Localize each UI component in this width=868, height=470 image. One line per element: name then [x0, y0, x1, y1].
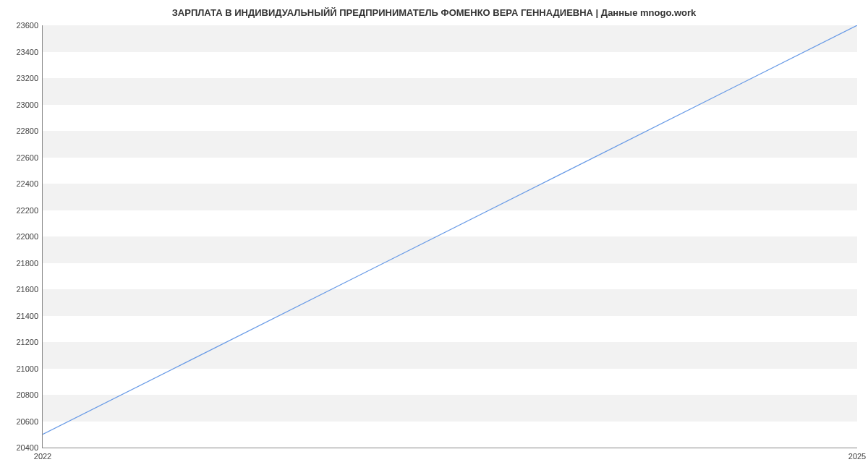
grid-band [43, 236, 857, 263]
grid-band [43, 78, 857, 105]
y-tick-label: 23000 [16, 101, 38, 109]
y-tick-label: 23400 [16, 48, 38, 56]
y-tick-label: 20600 [16, 417, 38, 426]
y-tick-label: 20800 [16, 390, 38, 399]
chart-container: 2040020600208002100021200214002160021800… [42, 25, 857, 448]
x-tick-label: 2025 [848, 452, 866, 461]
plot-area: 2040020600208002100021200214002160021800… [42, 25, 857, 448]
y-tick-label: 22200 [16, 206, 38, 215]
y-tick-label: 22000 [16, 232, 38, 241]
y-tick-label: 21000 [16, 364, 38, 373]
y-tick-label: 21400 [16, 312, 38, 320]
chart-title: ЗАРПЛАТА В ИНДИВИДУАЛЬНЫЙЙ ПРЕДПРИНИМАТЕ… [0, 0, 868, 22]
grid-band [43, 395, 857, 422]
y-tick-label: 23200 [16, 74, 38, 82]
grid-band [43, 342, 857, 369]
x-tick-label: 2022 [34, 452, 51, 461]
y-tick-label: 22800 [16, 127, 38, 135]
y-tick-label: 22600 [16, 153, 38, 162]
y-tick-label: 21600 [16, 285, 38, 294]
grid-band [43, 289, 857, 316]
grid-band [43, 131, 857, 158]
y-tick-label: 20400 [16, 443, 38, 452]
grid-band [43, 184, 857, 210]
y-tick-label: 23600 [16, 21, 38, 30]
y-tick-label: 21800 [16, 259, 38, 268]
y-tick-label: 21200 [16, 338, 38, 346]
y-tick-label: 22400 [16, 179, 38, 188]
grid-band [43, 25, 857, 52]
